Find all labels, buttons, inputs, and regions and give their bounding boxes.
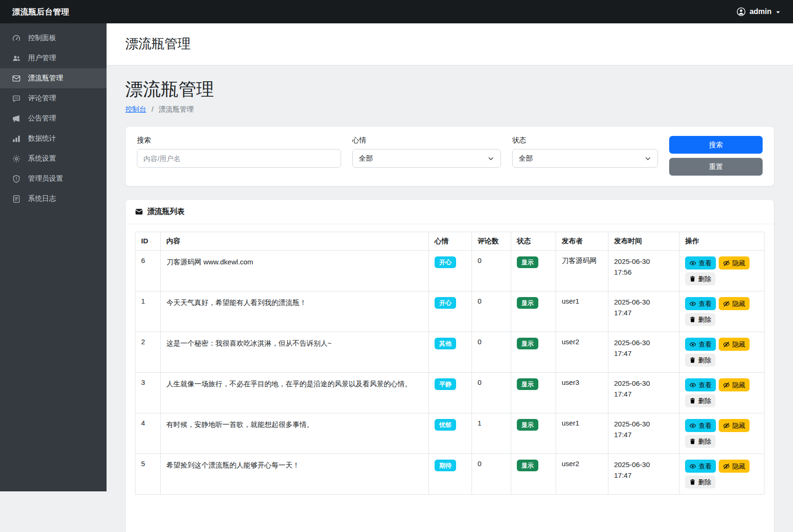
status-badge: 显示	[517, 297, 538, 309]
status-badge: 显示	[517, 460, 538, 471]
cell-publisher: user1	[556, 291, 608, 332]
breadcrumb: 控制台 / 漂流瓶管理	[125, 105, 774, 114]
sidebar-item-admins[interactable]: 管理员设置	[0, 169, 107, 189]
cell-mood: 平静	[429, 373, 472, 413]
sidebar-item-comments[interactable]: 评论管理	[0, 88, 107, 108]
cell-actions: 查看隐藏删除	[679, 413, 764, 454]
filter-buttons: 搜索 重置	[669, 136, 763, 176]
sidebar-item-users[interactable]: 用户管理	[0, 48, 107, 68]
hide-button-label: 隐藏	[732, 422, 745, 429]
view-button[interactable]: 查看	[685, 338, 716, 351]
column-header: 发布时间	[608, 232, 679, 251]
delete-button[interactable]: 删除	[685, 394, 715, 407]
trash-icon	[689, 479, 696, 485]
hide-button[interactable]: 隐藏	[719, 378, 750, 391]
view-button-label: 查看	[699, 300, 712, 307]
publish-clock: 17:56	[614, 267, 673, 278]
cell-status: 显示	[511, 373, 556, 413]
page-title: 漂流瓶管理	[125, 78, 774, 101]
delete-button[interactable]: 删除	[685, 354, 715, 367]
column-header: 评论数	[472, 232, 511, 251]
username: admin	[750, 7, 772, 16]
user-menu[interactable]: admin	[736, 7, 781, 16]
delete-button[interactable]: 删除	[685, 475, 715, 489]
delete-button[interactable]: 删除	[685, 272, 715, 285]
delete-button-label: 删除	[698, 479, 711, 485]
hide-button[interactable]: 隐藏	[719, 256, 750, 270]
trash-icon	[689, 357, 696, 363]
mood-field-group: 心情 全部	[352, 136, 501, 168]
view-button[interactable]: 查看	[685, 460, 716, 473]
sidebar-item-logs[interactable]: 系统日志	[0, 189, 107, 209]
gear-icon	[12, 155, 21, 163]
view-button[interactable]: 查看	[685, 378, 716, 391]
journal-icon	[12, 195, 21, 203]
status-badge: 显示	[517, 378, 538, 390]
breadcrumb-home-link[interactable]: 控制台	[125, 105, 146, 113]
action-buttons: 查看隐藏删除	[685, 297, 758, 326]
eye-slash-icon	[723, 341, 730, 348]
cell-actions: 查看隐藏删除	[679, 332, 764, 373]
delete-button-label: 删除	[698, 438, 711, 445]
hide-button[interactable]: 隐藏	[719, 419, 750, 432]
cell-publish-time: 2025-06-3017:47	[608, 373, 679, 413]
status-badge: 显示	[517, 338, 538, 349]
cell-mood: 忧郁	[429, 413, 472, 454]
eye-icon	[689, 463, 696, 470]
cell-publisher: user2	[556, 332, 608, 373]
mood-select[interactable]: 全部	[352, 149, 501, 168]
search-label: 搜索	[137, 136, 341, 145]
cell-publisher: user2	[556, 454, 608, 495]
cell-publish-time: 2025-06-3017:47	[608, 291, 679, 332]
table-row: 5希望捡到这个漂流瓶的人能够开心每一天！期待0显示user22025-06-30…	[136, 454, 764, 495]
view-button-label: 查看	[699, 382, 712, 388]
action-buttons: 查看隐藏删除	[685, 460, 758, 489]
hide-button[interactable]: 隐藏	[719, 338, 750, 351]
hide-button[interactable]: 隐藏	[719, 297, 750, 310]
search-button[interactable]: 搜索	[669, 136, 763, 154]
delete-button[interactable]: 删除	[685, 313, 715, 326]
cell-id: 3	[136, 373, 161, 413]
delete-button[interactable]: 删除	[685, 435, 715, 448]
speedometer-icon	[12, 34, 21, 43]
cell-status: 显示	[511, 251, 556, 291]
cell-status: 显示	[511, 413, 556, 454]
cell-publisher: 刀客源码网	[556, 251, 608, 291]
action-buttons: 查看隐藏删除	[685, 378, 758, 407]
hide-button-label: 隐藏	[732, 463, 745, 469]
sidebar-item-statistics[interactable]: 数据统计	[0, 128, 107, 149]
view-button[interactable]: 查看	[685, 256, 716, 270]
publish-date: 2025-06-30	[614, 378, 673, 389]
delete-button-label: 删除	[698, 276, 711, 282]
app-brand: 漂流瓶后台管理	[12, 7, 70, 17]
status-select[interactable]: 全部	[512, 149, 658, 168]
action-buttons: 查看隐藏删除	[685, 256, 758, 285]
view-button[interactable]: 查看	[685, 297, 716, 310]
publish-clock: 17:47	[614, 430, 673, 440]
publish-clock: 17:47	[614, 470, 673, 481]
cell-id: 4	[136, 413, 161, 454]
search-input[interactable]	[137, 149, 341, 168]
cell-comments: 0	[472, 373, 511, 413]
sidebar-item-announcements[interactable]: 公告管理	[0, 108, 107, 128]
band-title: 漂流瓶管理	[125, 35, 774, 53]
publish-date: 2025-06-30	[614, 338, 673, 348]
publish-date: 2025-06-30	[614, 419, 673, 430]
column-header: 心情	[429, 232, 472, 251]
cell-content: 刀客源码网 www.dkewl.com	[161, 251, 429, 291]
column-header: 发布者	[556, 232, 608, 251]
publish-clock: 17:47	[614, 308, 673, 319]
sidebar-item-dashboard[interactable]: 控制面板	[0, 28, 107, 48]
action-buttons: 查看隐藏删除	[685, 419, 758, 448]
action-buttons: 查看隐藏删除	[685, 338, 758, 367]
sidebar-item-bottles[interactable]: 漂流瓶管理	[0, 68, 107, 88]
cell-id: 1	[136, 291, 161, 332]
sidebar-item-settings[interactable]: 系统设置	[0, 149, 107, 169]
hide-button[interactable]: 隐藏	[719, 460, 750, 473]
mood-badge: 开心	[435, 256, 456, 268]
sidebar-item-label: 用户管理	[28, 54, 56, 63]
reset-button[interactable]: 重置	[669, 158, 763, 176]
chat-icon	[12, 94, 21, 103]
top-navbar: 漂流瓶后台管理 admin	[0, 0, 793, 23]
view-button[interactable]: 查看	[685, 419, 716, 432]
